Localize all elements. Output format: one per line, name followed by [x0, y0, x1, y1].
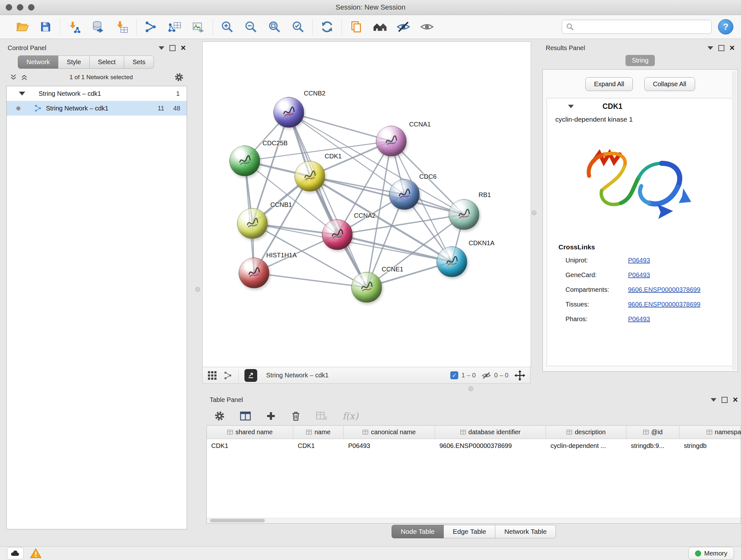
network-node-CCNE1[interactable]	[351, 272, 382, 303]
column-header-description[interactable]: description	[546, 426, 626, 439]
tab-string[interactable]: String	[625, 55, 655, 66]
save-session-button[interactable]	[37, 18, 54, 36]
delete-column-trash-icon[interactable]	[291, 411, 301, 422]
tab-select[interactable]: Select	[89, 56, 125, 69]
copy-document-button[interactable]	[347, 18, 365, 36]
hidden-eye-icon[interactable]	[482, 371, 491, 380]
network-node-CCNA1[interactable]	[376, 126, 407, 157]
panel-menu-icon[interactable]	[708, 46, 713, 50]
tab-sets[interactable]: Sets	[124, 56, 154, 69]
crosslink-link[interactable]: P06493	[628, 257, 650, 264]
import-table-from-file-button[interactable]	[113, 18, 131, 36]
memory-button[interactable]: Memory	[688, 547, 734, 560]
tab-network[interactable]: Network	[18, 56, 58, 69]
column-header-database-identifier[interactable]: database identifier	[435, 426, 546, 439]
results-scrollbar[interactable]	[732, 71, 737, 370]
left-splitter-handle[interactable]	[195, 287, 200, 292]
panel-menu-icon[interactable]	[158, 46, 164, 50]
network-node-CCNB1[interactable]	[237, 208, 268, 239]
bottom-splitter-handle[interactable]	[468, 386, 473, 391]
float-panel-icon[interactable]	[722, 397, 728, 403]
network-node-HIST1H1A[interactable]	[239, 258, 269, 288]
crosslink-link[interactable]: 9606.ENSP00000378699	[628, 286, 700, 294]
birds-eye-grid-icon[interactable]	[207, 370, 217, 381]
minimize-window-button[interactable]	[17, 4, 23, 10]
warning-icon[interactable]	[30, 548, 42, 558]
network-node-CDKN1A[interactable]	[436, 246, 467, 277]
table-cell[interactable]: CDK1	[293, 439, 344, 452]
zoom-fit-button[interactable]	[266, 18, 283, 36]
help-button[interactable]: ?	[718, 19, 733, 35]
scrollbar-thumb[interactable]	[210, 519, 265, 522]
new-network-from-selection-button[interactable]	[142, 18, 159, 36]
network-node-CDC6[interactable]	[389, 179, 420, 210]
network-node-CCNB2[interactable]	[273, 97, 304, 128]
hide-selected-button[interactable]	[395, 18, 412, 36]
import-network-from-database-button[interactable]	[90, 18, 107, 36]
network-node-CDK1[interactable]	[294, 161, 325, 192]
close-panel-icon[interactable]: ×	[733, 395, 738, 404]
network-node-CDC25B[interactable]	[229, 145, 260, 176]
table-cell[interactable]: CDK1	[207, 439, 293, 452]
show-all-button[interactable]	[418, 18, 435, 36]
show-columns-icon[interactable]	[240, 411, 251, 422]
table-cell[interactable]: 9606.ENSP00000378699	[435, 439, 546, 452]
close-window-button[interactable]	[6, 4, 12, 10]
float-panel-icon[interactable]	[718, 45, 724, 51]
expand-all-icon[interactable]	[20, 73, 28, 81]
pan-crosshair-icon[interactable]	[514, 370, 526, 381]
collapse-section-icon[interactable]	[568, 105, 574, 108]
table-cell[interactable]: cyclin-dependent ...	[546, 439, 626, 452]
panel-menu-icon[interactable]	[711, 398, 717, 401]
network-row-selected[interactable]: String Network – cdk1 11 48	[7, 101, 187, 116]
table-cell[interactable]: stringdb:9...	[626, 439, 679, 452]
column-header-shared-name[interactable]: shared name	[207, 426, 293, 439]
tab-network-table[interactable]: Network Table	[495, 525, 556, 538]
cloud-status-button[interactable]	[7, 547, 23, 559]
refresh-view-button[interactable]	[319, 18, 336, 36]
string-home-button[interactable]	[371, 18, 388, 36]
export-network-table-button[interactable]	[166, 18, 183, 36]
column-header-name[interactable]: name	[293, 426, 344, 439]
table-cell[interactable]: P06493	[344, 439, 435, 452]
collapse-all-button[interactable]: Collapse All	[644, 77, 695, 91]
zoom-window-button[interactable]	[28, 4, 35, 10]
zoom-in-button[interactable]	[219, 18, 236, 36]
tab-node-table[interactable]: Node Table	[392, 525, 444, 538]
crosslink-link[interactable]: P06493	[628, 271, 650, 279]
network-collection-row[interactable]: String Network – cdk1 1	[7, 86, 187, 101]
add-column-plus-icon[interactable]	[266, 411, 276, 421]
network-overview-icon[interactable]	[223, 371, 232, 380]
expand-all-button[interactable]: Expand All	[585, 77, 633, 91]
zoom-out-button[interactable]	[242, 18, 259, 36]
table-row[interactable]: CDK1CDK1P064939606.ENSP00000378699cyclin…	[207, 439, 741, 452]
table-cell[interactable]: stringdb	[679, 439, 741, 452]
table-settings-gear-icon[interactable]	[214, 411, 225, 422]
detach-view-button[interactable]	[245, 369, 257, 382]
column-header--id[interactable]: @id	[626, 426, 679, 439]
search-input[interactable]	[577, 23, 708, 31]
crosslink-link[interactable]: 9606.ENSP00000378699	[628, 301, 700, 308]
float-panel-icon[interactable]	[170, 45, 176, 51]
crosslink-link[interactable]: P06493	[628, 315, 650, 323]
network-node-CCNA2[interactable]	[322, 219, 353, 250]
import-network-from-file-button[interactable]	[66, 18, 83, 36]
zoom-selected-button[interactable]	[289, 18, 307, 36]
column-header-namespace[interactable]: namespace	[679, 426, 741, 439]
open-session-button[interactable]	[13, 18, 30, 36]
table-horizontal-scrollbar[interactable]	[207, 518, 741, 523]
gear-icon[interactable]	[174, 72, 184, 82]
network-node-RB1[interactable]	[449, 199, 479, 230]
collapse-all-icon[interactable]	[10, 73, 17, 81]
right-splitter-handle[interactable]	[532, 210, 536, 215]
column-header-canonical-name[interactable]: canonical name	[344, 426, 435, 439]
protein-section-header[interactable]: CDK1	[547, 98, 733, 114]
checkbox-icon[interactable]: ✓	[450, 371, 458, 379]
close-panel-icon[interactable]: ×	[181, 44, 186, 52]
tab-edge-table[interactable]: Edge Table	[444, 525, 495, 538]
export-image-button[interactable]	[190, 18, 207, 36]
close-panel-icon[interactable]: ×	[730, 44, 735, 52]
collapse-arrow-icon[interactable]	[19, 91, 25, 96]
network-canvas[interactable]: CCNB2CCNA1CDC25BCDK1CDC6RB1CCNB1CCNA2CDK…	[202, 42, 531, 368]
tab-style[interactable]: Style	[58, 56, 89, 69]
